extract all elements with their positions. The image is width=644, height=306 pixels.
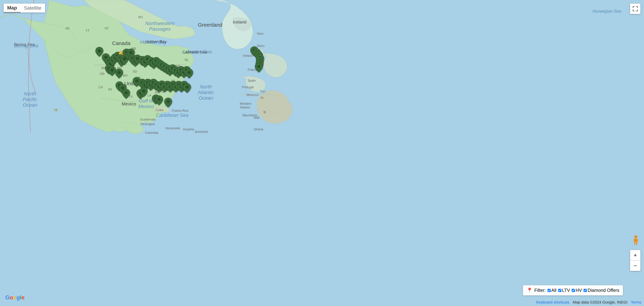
svg-point-87: [142, 90, 145, 93]
svg-point-15: [54, 109, 57, 111]
map-type-control: Map Satellite: [4, 4, 45, 13]
filter-diamond-checkbox[interactable]: Diamond Offers: [584, 287, 619, 293]
svg-point-51: [188, 71, 191, 74]
filter-control: 📍 Filter: All LTV HV Diamond Offers: [523, 285, 623, 295]
terms-link[interactable]: Terms: [631, 300, 641, 304]
fullscreen-icon: [632, 6, 638, 12]
zoom-in-button[interactable]: +: [630, 250, 640, 260]
filter-diamond-input[interactable]: [584, 289, 587, 292]
fullscreen-button[interactable]: [630, 4, 640, 14]
svg-rect-1: [155, 107, 169, 112]
bottom-bar: Keyboard shortcuts Map data ©2024 Google…: [533, 299, 644, 306]
svg-point-16: [58, 109, 60, 110]
svg-point-17: [98, 49, 101, 52]
norwegian-sea-label: Norwegian Sea: [592, 9, 621, 14]
map-svg: [0, 0, 644, 306]
satellite-button[interactable]: Satellite: [20, 4, 45, 13]
svg-rect-91: [636, 242, 637, 245]
pegman[interactable]: [632, 234, 640, 246]
svg-point-78: [167, 100, 170, 103]
zoom-controls: + −: [630, 250, 640, 271]
svg-rect-92: [634, 239, 635, 241]
filter-ltv-checkbox[interactable]: LTV: [558, 287, 570, 293]
filter-all-checkbox[interactable]: All: [548, 287, 556, 293]
svg-point-58: [135, 79, 138, 83]
svg-point-57: [125, 91, 128, 94]
svg-point-53: [111, 69, 114, 72]
svg-point-88: [634, 235, 637, 238]
map-container: North Pacific Ocean NorthAtlanticOcean B…: [0, 0, 644, 306]
keyboard-shortcuts-link[interactable]: Keyboard shortcuts: [536, 300, 569, 304]
google-logo: Google: [5, 294, 24, 301]
svg-point-30: [129, 51, 132, 54]
svg-point-77: [158, 98, 161, 101]
zoom-out-button[interactable]: −: [630, 260, 640, 271]
filter-label: Filter:: [534, 287, 546, 293]
map-button[interactable]: Map: [4, 4, 20, 13]
map-data-text: Map data ©2024 Google, INEGI: [573, 300, 627, 304]
filter-hv-input[interactable]: [572, 289, 575, 292]
filter-hv-checkbox[interactable]: HV: [572, 287, 582, 293]
svg-point-54: [118, 71, 121, 74]
pegman-icon: [632, 235, 639, 245]
svg-rect-93: [637, 239, 638, 241]
filter-pin-icon: 📍: [526, 287, 533, 293]
filter-all-input[interactable]: [548, 289, 551, 292]
svg-point-85: [257, 65, 260, 68]
svg-rect-90: [634, 242, 636, 245]
svg-point-75: [186, 86, 189, 89]
filter-ltv-input[interactable]: [558, 289, 562, 292]
